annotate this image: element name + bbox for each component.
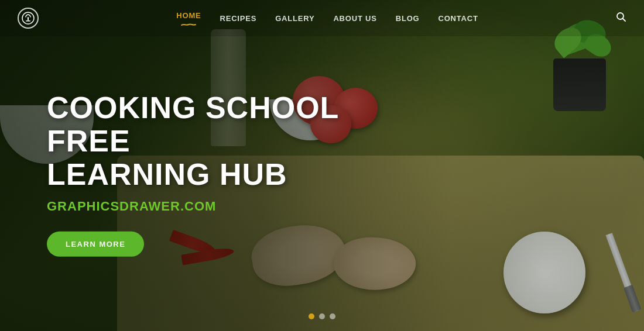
hero-title: COOKING SCHOOL FREE LEARNING HUB (47, 91, 398, 192)
svg-line-4 (622, 19, 625, 22)
logo[interactable] (18, 8, 39, 29)
nav-link-blog[interactable]: BLOG (396, 14, 420, 23)
hero-subtitle: GRAPHICSDRAWER.COM (47, 198, 398, 213)
slide-dots (309, 313, 335, 319)
hero-title-line2: LEARNING HUB (47, 157, 287, 191)
nav-link-recipes[interactable]: RECIPES (220, 14, 257, 23)
hero-section: HOME RECIPES GALLERY ABOUT US BLOG CO (0, 0, 644, 331)
nav-item-about[interactable]: ABOUT US (333, 13, 376, 23)
nav-link-about[interactable]: ABOUT US (333, 14, 376, 23)
nav-link-contact[interactable]: CONTACT (438, 14, 478, 23)
nav-item-home[interactable]: HOME (176, 10, 201, 26)
navbar: HOME RECIPES GALLERY ABOUT US BLOG CO (0, 0, 644, 36)
nav-item-recipes[interactable]: RECIPES (220, 13, 257, 23)
nav-item-contact[interactable]: CONTACT (438, 13, 478, 23)
nav-item-blog[interactable]: BLOG (396, 13, 420, 23)
nav-links: HOME RECIPES GALLERY ABOUT US BLOG CO (176, 10, 478, 26)
nav-item-gallery[interactable]: GALLERY (275, 13, 314, 23)
svg-rect-2 (26, 20, 30, 22)
nav-link-home[interactable]: HOME (176, 11, 201, 20)
search-icon[interactable] (616, 12, 626, 25)
slide-dot-3[interactable] (330, 313, 335, 319)
nav-link-gallery[interactable]: GALLERY (275, 14, 314, 23)
svg-rect-1 (28, 17, 29, 20)
hero-content: COOKING SCHOOL FREE LEARNING HUB GRAPHIC… (47, 91, 398, 257)
learn-more-button[interactable]: LEARN MORE (47, 231, 144, 256)
slide-dot-2[interactable] (319, 313, 325, 319)
logo-icon (18, 8, 39, 29)
hero-title-line1: COOKING SCHOOL FREE (47, 91, 338, 158)
slide-dot-1[interactable] (309, 313, 314, 319)
